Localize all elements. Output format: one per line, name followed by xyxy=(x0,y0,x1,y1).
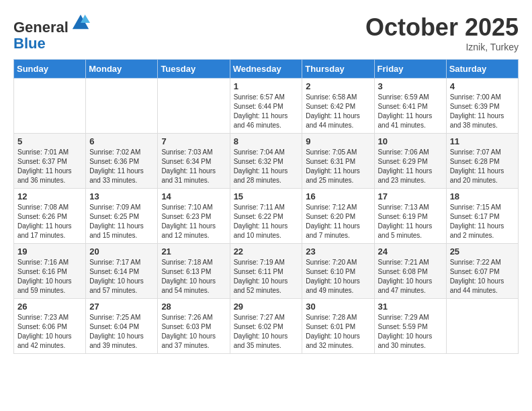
calendar-cell xyxy=(446,299,518,354)
day-info: Sunrise: 7:22 AM Sunset: 6:07 PM Dayligh… xyxy=(450,258,515,295)
day-number: 4 xyxy=(450,81,515,91)
calendar-cell: 13Sunrise: 7:09 AM Sunset: 6:25 PM Dayli… xyxy=(86,189,158,244)
day-number: 2 xyxy=(306,81,370,91)
day-info: Sunrise: 7:08 AM Sunset: 6:26 PM Dayligh… xyxy=(17,203,82,240)
calendar-cell: 5Sunrise: 7:01 AM Sunset: 6:37 PM Daylig… xyxy=(14,134,86,189)
day-info: Sunrise: 7:19 AM Sunset: 6:11 PM Dayligh… xyxy=(234,258,299,295)
day-number: 8 xyxy=(234,136,299,146)
calendar-cell: 4Sunrise: 7:00 AM Sunset: 6:39 PM Daylig… xyxy=(446,79,518,134)
day-number: 16 xyxy=(306,191,370,201)
day-number: 7 xyxy=(161,136,226,146)
calendar-cell: 1Sunrise: 6:57 AM Sunset: 6:44 PM Daylig… xyxy=(230,79,302,134)
day-number: 24 xyxy=(378,246,443,257)
day-info: Sunrise: 7:18 AM Sunset: 6:13 PM Dayligh… xyxy=(161,258,226,295)
calendar-body: 1Sunrise: 6:57 AM Sunset: 6:44 PM Daylig… xyxy=(14,79,519,354)
location: Iznik, Turkey xyxy=(365,42,519,52)
calendar-cell xyxy=(14,79,86,134)
calendar-cell: 26Sunrise: 7:23 AM Sunset: 6:06 PM Dayli… xyxy=(14,299,86,354)
day-info: Sunrise: 7:04 AM Sunset: 6:32 PM Dayligh… xyxy=(234,148,299,185)
day-info: Sunrise: 7:10 AM Sunset: 6:23 PM Dayligh… xyxy=(161,203,226,240)
calendar-cell: 8Sunrise: 7:04 AM Sunset: 6:32 PM Daylig… xyxy=(230,134,302,189)
day-info: Sunrise: 7:27 AM Sunset: 6:02 PM Dayligh… xyxy=(234,313,299,351)
calendar-week-row: 12Sunrise: 7:08 AM Sunset: 6:26 PM Dayli… xyxy=(14,189,519,244)
day-info: Sunrise: 7:11 AM Sunset: 6:22 PM Dayligh… xyxy=(234,203,299,240)
day-info: Sunrise: 7:17 AM Sunset: 6:14 PM Dayligh… xyxy=(89,258,154,295)
day-number: 11 xyxy=(450,136,515,146)
day-number: 29 xyxy=(234,302,299,312)
day-info: Sunrise: 7:20 AM Sunset: 6:10 PM Dayligh… xyxy=(306,258,370,295)
day-info: Sunrise: 7:28 AM Sunset: 6:01 PM Dayligh… xyxy=(306,313,370,351)
calendar-cell: 17Sunrise: 7:13 AM Sunset: 6:19 PM Dayli… xyxy=(374,189,446,244)
calendar-week-row: 1Sunrise: 6:57 AM Sunset: 6:44 PM Daylig… xyxy=(14,79,519,134)
day-number: 27 xyxy=(89,302,154,312)
day-info: Sunrise: 7:03 AM Sunset: 6:34 PM Dayligh… xyxy=(161,148,226,185)
calendar-cell: 18Sunrise: 7:15 AM Sunset: 6:17 PM Dayli… xyxy=(446,189,518,244)
weekday-header: Wednesday xyxy=(230,60,302,79)
calendar-week-row: 5Sunrise: 7:01 AM Sunset: 6:37 PM Daylig… xyxy=(14,134,519,189)
calendar-cell: 15Sunrise: 7:11 AM Sunset: 6:22 PM Dayli… xyxy=(230,189,302,244)
calendar-cell: 23Sunrise: 7:20 AM Sunset: 6:10 PM Dayli… xyxy=(302,244,374,299)
day-number: 19 xyxy=(17,246,82,257)
day-number: 22 xyxy=(234,246,299,257)
day-number: 10 xyxy=(378,136,443,146)
day-number: 5 xyxy=(17,136,82,146)
calendar-cell: 21Sunrise: 7:18 AM Sunset: 6:13 PM Dayli… xyxy=(158,244,230,299)
calendar-cell: 11Sunrise: 7:07 AM Sunset: 6:28 PM Dayli… xyxy=(446,134,518,189)
calendar-cell: 16Sunrise: 7:12 AM Sunset: 6:20 PM Dayli… xyxy=(302,189,374,244)
day-info: Sunrise: 7:25 AM Sunset: 6:04 PM Dayligh… xyxy=(89,313,154,351)
day-number: 17 xyxy=(378,191,443,201)
page-header: General Blue October 2025 Iznik, Turkey xyxy=(13,13,519,52)
day-number: 26 xyxy=(17,302,82,312)
calendar-cell: 6Sunrise: 7:02 AM Sunset: 6:36 PM Daylig… xyxy=(86,134,158,189)
day-number: 20 xyxy=(89,246,154,257)
calendar-cell: 9Sunrise: 7:05 AM Sunset: 6:31 PM Daylig… xyxy=(302,134,374,189)
day-number: 18 xyxy=(450,191,515,201)
day-info: Sunrise: 7:06 AM Sunset: 6:29 PM Dayligh… xyxy=(378,148,443,185)
day-number: 31 xyxy=(378,302,443,312)
month-title: October 2025 xyxy=(365,13,519,42)
day-info: Sunrise: 7:02 AM Sunset: 6:36 PM Dayligh… xyxy=(89,148,154,185)
calendar-cell: 14Sunrise: 7:10 AM Sunset: 6:23 PM Dayli… xyxy=(158,189,230,244)
day-info: Sunrise: 7:05 AM Sunset: 6:31 PM Dayligh… xyxy=(306,148,370,185)
calendar-week-row: 19Sunrise: 7:16 AM Sunset: 6:16 PM Dayli… xyxy=(14,244,519,299)
day-number: 14 xyxy=(161,191,226,201)
day-info: Sunrise: 6:57 AM Sunset: 6:44 PM Dayligh… xyxy=(234,93,299,130)
day-info: Sunrise: 7:13 AM Sunset: 6:19 PM Dayligh… xyxy=(378,203,443,240)
day-number: 12 xyxy=(17,191,82,201)
day-number: 21 xyxy=(161,246,226,257)
weekday-header: Thursday xyxy=(302,60,374,79)
title-block: October 2025 Iznik, Turkey xyxy=(365,13,519,52)
day-info: Sunrise: 7:23 AM Sunset: 6:06 PM Dayligh… xyxy=(17,313,82,351)
weekday-header: Tuesday xyxy=(158,60,230,79)
weekday-header: Sunday xyxy=(14,60,86,79)
calendar-cell: 25Sunrise: 7:22 AM Sunset: 6:07 PM Dayli… xyxy=(446,244,518,299)
day-info: Sunrise: 7:15 AM Sunset: 6:17 PM Dayligh… xyxy=(450,203,515,240)
calendar-cell: 22Sunrise: 7:19 AM Sunset: 6:11 PM Dayli… xyxy=(230,244,302,299)
logo: General Blue xyxy=(13,13,90,52)
calendar-cell: 3Sunrise: 6:59 AM Sunset: 6:41 PM Daylig… xyxy=(374,79,446,134)
weekday-header: Friday xyxy=(374,60,446,79)
weekday-header: Monday xyxy=(86,60,158,79)
day-number: 13 xyxy=(89,191,154,201)
calendar-cell: 29Sunrise: 7:27 AM Sunset: 6:02 PM Dayli… xyxy=(230,299,302,354)
day-number: 3 xyxy=(378,81,443,91)
day-number: 23 xyxy=(306,246,370,257)
calendar-cell xyxy=(86,79,158,134)
weekday-header: Saturday xyxy=(446,60,518,79)
day-info: Sunrise: 7:12 AM Sunset: 6:20 PM Dayligh… xyxy=(306,203,370,240)
calendar-cell: 31Sunrise: 7:29 AM Sunset: 5:59 PM Dayli… xyxy=(374,299,446,354)
day-number: 6 xyxy=(89,136,154,146)
calendar-cell: 20Sunrise: 7:17 AM Sunset: 6:14 PM Dayli… xyxy=(86,244,158,299)
calendar-cell: 10Sunrise: 7:06 AM Sunset: 6:29 PM Dayli… xyxy=(374,134,446,189)
day-info: Sunrise: 6:59 AM Sunset: 6:41 PM Dayligh… xyxy=(378,93,443,130)
calendar-week-row: 26Sunrise: 7:23 AM Sunset: 6:06 PM Dayli… xyxy=(14,299,519,354)
logo-icon xyxy=(71,13,90,32)
calendar-cell: 28Sunrise: 7:26 AM Sunset: 6:03 PM Dayli… xyxy=(158,299,230,354)
logo-blue: Blue xyxy=(13,35,46,52)
calendar-header-row: SundayMondayTuesdayWednesdayThursdayFrid… xyxy=(14,60,519,79)
day-number: 28 xyxy=(161,302,226,312)
calendar-cell: 2Sunrise: 6:58 AM Sunset: 6:42 PM Daylig… xyxy=(302,79,374,134)
calendar-cell: 30Sunrise: 7:28 AM Sunset: 6:01 PM Dayli… xyxy=(302,299,374,354)
day-info: Sunrise: 7:00 AM Sunset: 6:39 PM Dayligh… xyxy=(450,93,515,130)
day-number: 9 xyxy=(306,136,370,146)
